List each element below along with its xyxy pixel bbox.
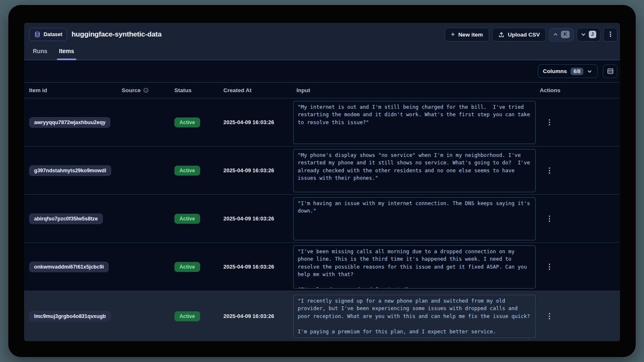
kebab-menu-icon: ⋮ bbox=[607, 31, 614, 38]
item-id-pill[interactable]: awryyqqu7872wjaxhbuu2eqy bbox=[29, 117, 110, 128]
kebab-menu-icon: ⋮ bbox=[546, 263, 553, 270]
status-badge: Active bbox=[174, 311, 200, 321]
kebab-menu-icon: ⋮ bbox=[546, 167, 553, 174]
row-actions-button[interactable]: ⋮ bbox=[543, 213, 556, 225]
upload-csv-button[interactable]: Upload CSV bbox=[492, 28, 546, 42]
header-actions: + New item Upload CSV K bbox=[445, 28, 617, 42]
item-id-pill[interactable]: g397ndstahmyts29ko9mowdl bbox=[29, 165, 111, 176]
header-input: Input bbox=[293, 87, 540, 93]
table-row[interactable]: onkwmvaddmi67t61x5jcbc9i Active 2025-04-… bbox=[24, 243, 620, 291]
header-item-id: Item id bbox=[29, 87, 122, 93]
header-source: Source bbox=[122, 87, 174, 93]
table-row[interactable]: awryyqqu7872wjaxhbuu2eqy Active 2025-04-… bbox=[24, 98, 620, 147]
input-preview[interactable]: "I'm having an issue with my internet co… bbox=[293, 197, 536, 240]
item-id-pill[interactable]: lmc9muj3grgbo4o831qvxugb bbox=[29, 311, 111, 322]
created-at-value: 2025-04-09 16:03:26 bbox=[223, 167, 293, 174]
table-row-highlighted[interactable]: lmc9muj3grgbo4o831qvxugb Active 2025-04-… bbox=[24, 291, 620, 341]
header-top: Dataset huggingface-synthetic-data + New… bbox=[29, 27, 617, 42]
table-body: awryyqqu7872wjaxhbuu2eqy Active 2025-04-… bbox=[24, 98, 620, 341]
row-height-button[interactable] bbox=[603, 64, 617, 78]
overflow-menu-button[interactable]: ⋮ bbox=[603, 28, 617, 42]
input-preview[interactable]: "I recently signed up for a new phone pl… bbox=[293, 295, 536, 338]
dataset-badge-label: Dataset bbox=[44, 32, 62, 37]
row-actions-button[interactable]: ⋮ bbox=[543, 164, 556, 177]
table-toolbar: Columns 6/8 bbox=[24, 60, 620, 82]
created-at-value: 2025-04-09 16:03:26 bbox=[223, 119, 293, 125]
upload-icon bbox=[498, 32, 504, 38]
kebab-menu-icon: ⋮ bbox=[546, 215, 553, 222]
header-created-at: Created At bbox=[223, 87, 293, 93]
created-at-value: 2025-04-09 16:03:26 bbox=[223, 313, 293, 319]
database-icon bbox=[34, 31, 41, 38]
chevron-up-icon bbox=[553, 32, 558, 37]
input-preview[interactable]: "I've been missing calls all morning due… bbox=[293, 245, 536, 289]
status-badge: Active bbox=[174, 262, 200, 272]
table-row[interactable]: g397ndstahmyts29ko9mowdl Active 2025-04-… bbox=[24, 147, 620, 195]
status-badge: Active bbox=[174, 214, 200, 224]
keyboard-key-j: J bbox=[589, 31, 596, 38]
table-zone: Columns 6/8 Item id Source bbox=[24, 60, 620, 341]
tab-items[interactable]: Items bbox=[57, 48, 76, 60]
table-row[interactable]: abirqfso7pzc0f35lw5s8tze Active 2025-04-… bbox=[24, 195, 620, 243]
info-icon[interactable] bbox=[143, 88, 149, 93]
row-actions-button[interactable]: ⋮ bbox=[543, 116, 556, 129]
input-preview[interactable]: "My phone's display shows "no service" w… bbox=[293, 149, 536, 192]
table-header-row: Item id Source Status Created At Input A… bbox=[24, 82, 620, 98]
status-badge: Active bbox=[174, 166, 200, 176]
chevron-down-icon bbox=[581, 32, 586, 37]
app-header: Dataset huggingface-synthetic-data + New… bbox=[24, 23, 620, 60]
chevron-down-icon bbox=[587, 69, 592, 74]
columns-count-badge: 6/8 bbox=[571, 68, 583, 75]
next-item-button[interactable]: J bbox=[577, 28, 600, 42]
dataset-app: Dataset huggingface-synthetic-data + New… bbox=[24, 23, 620, 341]
row-actions-button[interactable]: ⋮ bbox=[543, 310, 556, 323]
header-status: Status bbox=[174, 87, 223, 93]
plus-icon: + bbox=[451, 31, 455, 38]
item-id-pill[interactable]: abirqfso7pzc0f35lw5s8tze bbox=[29, 213, 103, 224]
created-at-value: 2025-04-09 16:03:26 bbox=[223, 264, 293, 270]
created-at-value: 2025-04-09 16:03:26 bbox=[223, 215, 293, 222]
header-actions: Actions bbox=[540, 87, 620, 93]
page-title: huggingface-synthetic-data bbox=[71, 30, 162, 39]
columns-dropdown-button[interactable]: Columns 6/8 bbox=[538, 64, 597, 78]
tab-runs[interactable]: Runs bbox=[31, 48, 49, 60]
table-rows-icon bbox=[607, 68, 614, 74]
kebab-menu-icon: ⋮ bbox=[546, 119, 553, 126]
status-badge: Active bbox=[174, 117, 200, 127]
new-item-button[interactable]: + New item bbox=[445, 28, 489, 42]
item-id-pill[interactable]: onkwmvaddmi67t61x5jcbc9i bbox=[29, 262, 109, 272]
dataset-type-badge: Dataset bbox=[29, 28, 67, 41]
row-actions-button[interactable]: ⋮ bbox=[543, 261, 556, 273]
tab-bar: Runs Items bbox=[29, 48, 617, 60]
prev-item-button[interactable]: K bbox=[549, 28, 573, 42]
keyboard-key-k: K bbox=[561, 31, 569, 38]
kebab-menu-icon: ⋮ bbox=[546, 313, 553, 320]
input-preview[interactable]: "My internet is out and I'm still being … bbox=[293, 101, 536, 144]
